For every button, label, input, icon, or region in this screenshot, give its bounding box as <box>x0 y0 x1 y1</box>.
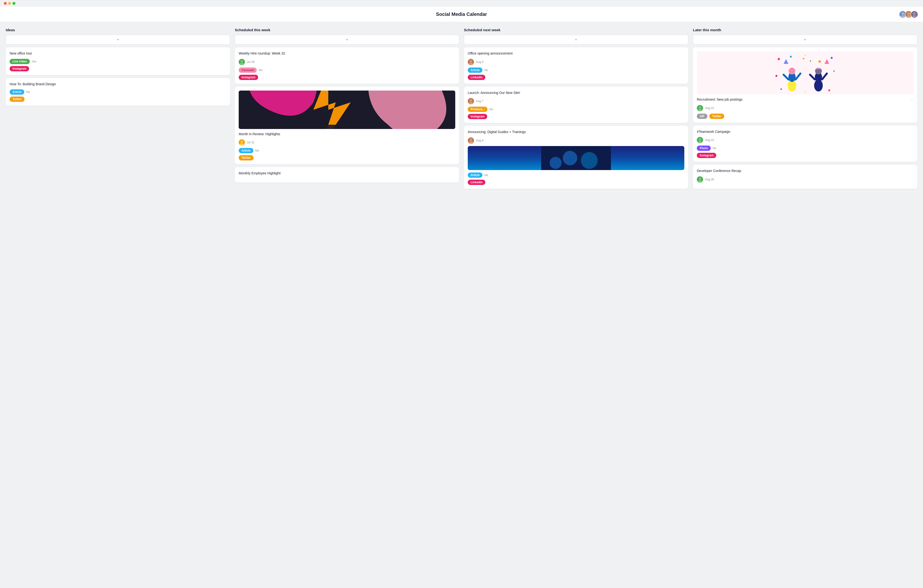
card-digital-guides-title: Announcing: Digital Guides + Trainings <box>468 130 684 134</box>
svg-point-0 <box>902 12 904 15</box>
column-later-this-month: Later this month + <box>693 28 917 192</box>
card-brand-design-tags: Article No <box>10 89 226 95</box>
card-recruitment-date: Aug 21 <box>705 106 714 110</box>
card-new-site-meta: Aug 7 <box>468 98 684 104</box>
card-teamwork-title: #Teamwork Campaign <box>697 129 913 134</box>
column-scheduled-next-week-header: Scheduled next week <box>464 28 688 32</box>
svg-point-55 <box>699 177 701 180</box>
card-dev-conference-meta: Aug 26 <box>697 176 913 183</box>
svg-point-1 <box>900 15 905 18</box>
card-brand-design-status: No <box>26 90 30 94</box>
card-teamwork-meta: Aug 23 <box>697 137 913 143</box>
tag-produce: Produce... <box>468 106 488 112</box>
card-recruitment-avatar <box>697 105 703 111</box>
tag-photo: Photo <box>697 146 711 151</box>
svg-point-28 <box>831 57 833 59</box>
card-digital-guides-dark-image <box>468 146 684 170</box>
card-teamwork-tags: Photo No <box>697 146 913 151</box>
card-month-review-tags2: Twitter <box>239 155 455 161</box>
tag-twitter-3: Twitter <box>709 114 724 119</box>
card-new-site: Launch: Announcing Our New Site! Aug 7 P… <box>464 87 688 123</box>
avatar-user-3[interactable] <box>910 11 918 18</box>
card-month-review-tags: Article No <box>239 148 455 153</box>
card-new-office-tour: New office tour Live Video Yes Instagram <box>6 47 230 75</box>
svg-point-48 <box>780 88 782 90</box>
tag-instagram-2: Instagram <box>239 75 258 80</box>
card-weekly-hire-tags2: Instagram <box>239 75 455 80</box>
card-new-office-tour-title: New office tour <box>10 51 226 56</box>
svg-point-27 <box>778 58 780 60</box>
dark-image <box>468 146 684 170</box>
maximize-button[interactable] <box>13 2 15 5</box>
svg-point-2 <box>907 12 910 15</box>
svg-rect-26 <box>772 52 839 94</box>
tag-article-2: Article <box>239 148 253 153</box>
user-avatars <box>901 11 918 18</box>
svg-point-14 <box>241 141 243 143</box>
card-recruitment-header: Recruitment: New job postings ··· <box>697 97 913 105</box>
card-recruitment-meta: Aug 21 <box>697 105 913 111</box>
card-digital-guides-meta: Aug 8 <box>468 138 684 144</box>
card-teamwork-tags2: Instagram <box>697 153 913 158</box>
column-later-this-month-header: Later this month <box>693 28 917 32</box>
card-digital-guides: Announcing: Digital Guides + Trainings A… <box>464 126 688 189</box>
card-new-site-tags: Produce... No <box>468 106 684 112</box>
add-card-this-week-button[interactable]: + <box>235 35 459 44</box>
card-monthly-employee: Monthly Employee Highlight: <box>235 167 459 183</box>
card-dev-conference: Developer Conference Recap Aug 26 <box>693 165 917 189</box>
card-teamwork-avatar <box>697 137 703 143</box>
tag-instagram-4: Instagram <box>697 153 716 158</box>
tag-linkedin-2: LinkedIn <box>468 180 485 185</box>
svg-point-19 <box>469 102 473 104</box>
card-office-opening-title: Office opening announcement <box>468 51 684 56</box>
column-ideas-header: Ideas <box>6 28 230 32</box>
card-new-site-avatar <box>468 98 474 104</box>
svg-point-16 <box>470 60 472 62</box>
tag-gif: GIF <box>697 114 708 119</box>
svg-point-52 <box>698 109 702 111</box>
svg-point-15 <box>240 143 244 146</box>
svg-point-32 <box>833 70 835 72</box>
add-card-ideas-button[interactable]: + <box>6 35 230 44</box>
card-month-review-avatar <box>239 139 245 146</box>
svg-point-29 <box>805 55 806 56</box>
page-header: Social Media Calendar <box>0 7 923 22</box>
column-ideas: Ideas + New office tour Live Video Yes I… <box>6 28 230 108</box>
column-scheduled-this-week-header: Scheduled this week <box>235 28 459 32</box>
card-weekly-hire-status: No <box>259 69 262 72</box>
card-teamwork: #Teamwork Campaign Aug 23 Photo No Insta… <box>693 126 917 162</box>
close-button[interactable] <box>4 2 7 5</box>
svg-point-17 <box>469 63 473 65</box>
svg-point-33 <box>775 75 777 77</box>
card-new-site-date: Aug 7 <box>476 100 483 103</box>
tag-article-3: Article <box>468 67 483 73</box>
card-new-office-tour-status: Yes <box>32 60 36 63</box>
svg-rect-9 <box>276 124 351 129</box>
add-card-next-week-button[interactable]: + <box>464 35 688 44</box>
card-month-review: Month in Review: Highlights Jul 31 Artic… <box>235 87 459 165</box>
card-weekly-hire-date: Jul 29 <box>247 60 255 64</box>
card-digital-guides-date: Aug 8 <box>476 139 483 142</box>
tag-twitter-1: Twitter <box>10 97 25 102</box>
card-month-review-status: No <box>255 149 259 152</box>
tag-instagram-1: Instagram <box>10 66 29 71</box>
tag-carousel: Carousel <box>239 67 257 73</box>
add-card-later-button[interactable]: + <box>693 35 917 44</box>
card-weekly-hire: Weekly Hire roundup: Week 32 Jul 29 Caro… <box>235 47 459 84</box>
tag-instagram-3: Instagram <box>468 114 487 119</box>
card-recruitment-tags: GIF Twitter <box>697 114 913 119</box>
svg-point-31 <box>818 60 821 63</box>
more-options-button[interactable]: ··· <box>910 97 913 102</box>
card-dev-conference-date: Aug 26 <box>705 178 714 181</box>
card-new-site-tags2: Instagram <box>468 114 684 119</box>
card-brand-design-tags2: Twitter <box>10 97 226 102</box>
column-scheduled-next-week: Scheduled next week + Office opening ann… <box>464 28 688 192</box>
tag-twitter-2: Twitter <box>239 155 254 161</box>
card-digital-guides-avatar <box>468 138 474 144</box>
card-weekly-hire-avatar <box>239 59 245 65</box>
card-office-opening-tags: Article No <box>468 67 684 73</box>
svg-point-7 <box>240 63 244 65</box>
card-office-opening-tags2: LinkedIn <box>468 75 684 80</box>
card-teamwork-date: Aug 23 <box>705 138 714 142</box>
minimize-button[interactable] <box>8 2 11 5</box>
